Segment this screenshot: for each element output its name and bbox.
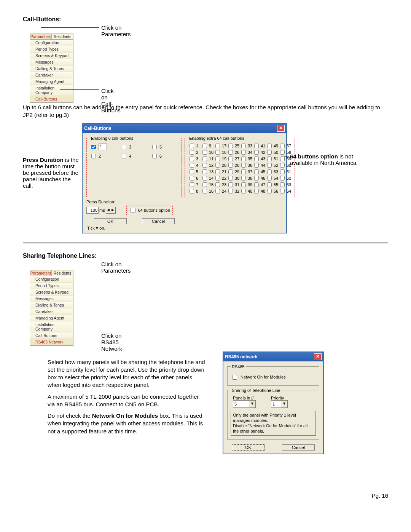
cb64-checkbox[interactable] [228, 169, 233, 174]
menu-item[interactable]: Managing Agent [30, 315, 73, 321]
cb64-item[interactable]: 37 [240, 169, 253, 175]
menu-item[interactable]: Messages [30, 59, 73, 66]
cb64-checkbox[interactable] [215, 163, 220, 168]
cb64-checkbox[interactable] [254, 189, 259, 193]
cb64-checkbox[interactable] [215, 182, 220, 187]
opt-64-checkbox[interactable] [131, 208, 135, 213]
cb64-checkbox[interactable] [190, 163, 194, 168]
cb64-checkbox[interactable] [202, 144, 207, 148]
cb64-checkbox[interactable] [202, 150, 207, 155]
cb64-checkbox[interactable] [267, 176, 272, 181]
network-on-checkbox-label[interactable]: Network On for Modules [231, 374, 316, 381]
menu-item[interactable]: Managing Agent [30, 78, 73, 85]
close-icon[interactable]: ✕ [314, 353, 322, 360]
priority-select[interactable]: 1 [271, 400, 281, 408]
menu-item[interactable]: Call-Buttons [30, 332, 73, 339]
cb64-item[interactable]: 48 [253, 188, 266, 195]
cb64-checkbox[interactable] [190, 176, 194, 181]
cb64-checkbox[interactable] [254, 169, 259, 174]
arrow-left-icon[interactable]: ◀ [106, 207, 111, 213]
cb64-checkbox[interactable] [190, 169, 194, 174]
cb64-item[interactable]: 57 [279, 143, 292, 149]
cb64-item[interactable]: 62 [279, 175, 292, 182]
cb64-checkbox[interactable] [202, 176, 207, 181]
cb64-item[interactable]: 28 [227, 162, 240, 169]
menu-item[interactable]: Installation Company [30, 85, 73, 96]
cb64-checkbox[interactable] [267, 144, 272, 148]
cb64-checkbox[interactable] [254, 163, 259, 168]
cb6-item[interactable]: 5 [151, 143, 177, 151]
cb64-item[interactable]: 13 [201, 169, 214, 175]
cb64-item[interactable]: 47 [253, 182, 266, 188]
cb64-item[interactable]: 32 [227, 188, 240, 195]
cb64-item[interactable]: 58 [279, 149, 292, 156]
cb64-checkbox[interactable] [241, 144, 246, 148]
cb64-item[interactable]: 27 [227, 156, 240, 162]
cb64-checkbox[interactable] [267, 182, 272, 187]
cb64-item[interactable]: 3 [188, 156, 201, 162]
cb64-checkbox[interactable] [267, 189, 272, 193]
cb64-item[interactable]: 55 [266, 182, 279, 188]
cb6-item[interactable]: 3 [120, 143, 147, 151]
cb64-item[interactable]: 61 [279, 169, 292, 175]
cb64-item[interactable]: 1 [188, 143, 201, 149]
cb64-checkbox[interactable] [280, 163, 285, 168]
cb64-checkbox[interactable] [228, 182, 233, 187]
cb6-item[interactable]: 2 [90, 152, 116, 160]
cb6-checkbox[interactable] [152, 154, 157, 158]
cb64-item[interactable]: 9 [201, 143, 214, 149]
cb64-checkbox[interactable] [215, 157, 220, 161]
cb64-checkbox[interactable] [254, 144, 259, 148]
cb64-checkbox[interactable] [228, 157, 233, 161]
cb64-item[interactable]: 40 [240, 188, 253, 195]
cb6-item[interactable]: 1 [90, 143, 116, 151]
cb64-checkbox[interactable] [241, 169, 246, 174]
cb64-checkbox[interactable] [254, 157, 259, 161]
cb64-item[interactable]: 21 [214, 169, 227, 175]
cb64-checkbox[interactable] [215, 169, 220, 174]
cb64-item[interactable]: 22 [214, 175, 227, 182]
network-on-checkbox[interactable] [232, 375, 237, 380]
cb64-checkbox[interactable] [267, 163, 272, 168]
cb64-checkbox[interactable] [241, 157, 246, 161]
cb64-item[interactable]: 41 [253, 143, 266, 149]
cb64-checkbox[interactable] [280, 176, 285, 181]
cb64-checkbox[interactable] [241, 189, 246, 193]
menu-item[interactable]: Messages [30, 296, 73, 302]
menu-item[interactable]: Configuration [30, 276, 73, 283]
cb64-checkbox[interactable] [280, 157, 285, 161]
close-icon[interactable]: ✕ [277, 125, 285, 132]
panels-select[interactable]: 5 [233, 400, 249, 408]
cb64-checkbox[interactable] [228, 144, 233, 148]
menu-item[interactable]: Period Types [30, 46, 73, 53]
menu-item[interactable]: Dialling & Tones [30, 302, 73, 308]
cb64-item[interactable]: 12 [201, 162, 214, 169]
menu-item[interactable]: Screens & Keypad [30, 53, 73, 59]
cb64-item[interactable]: 6 [188, 175, 201, 182]
cb64-checkbox[interactable] [190, 189, 194, 193]
cb64-item[interactable]: 44 [253, 162, 266, 169]
cb64-item[interactable]: 15 [201, 182, 214, 188]
cb6-checkbox[interactable] [91, 154, 96, 158]
cb6-item[interactable]: 6 [151, 152, 177, 160]
cb64-checkbox[interactable] [241, 150, 246, 155]
cb64-item[interactable]: 16 [201, 188, 214, 195]
cb64-checkbox[interactable] [215, 189, 220, 193]
cb64-item[interactable]: 49 [266, 143, 279, 149]
menu-item[interactable]: Screens & Keypad [30, 289, 73, 296]
cb64-item[interactable]: 24 [214, 188, 227, 195]
cb64-item[interactable]: 46 [253, 175, 266, 182]
menu-item-rs485[interactable]: RS485 Network [30, 339, 73, 345]
chevron-down-icon[interactable]: ▼ [249, 400, 256, 408]
cb64-item[interactable]: 25 [227, 143, 240, 149]
cb64-checkbox[interactable] [215, 176, 220, 181]
cb64-checkbox[interactable] [280, 169, 285, 174]
cb64-checkbox[interactable] [190, 150, 194, 155]
tab-residents[interactable]: Residents [52, 34, 73, 39]
cb64-item[interactable]: 5 [188, 169, 201, 175]
cb64-item[interactable]: 4 [188, 162, 201, 169]
ok-button[interactable]: OK [232, 444, 264, 451]
cb64-checkbox[interactable] [202, 182, 207, 187]
menu-item[interactable]: Caretaker [30, 72, 73, 78]
cb64-checkbox[interactable] [280, 150, 285, 155]
